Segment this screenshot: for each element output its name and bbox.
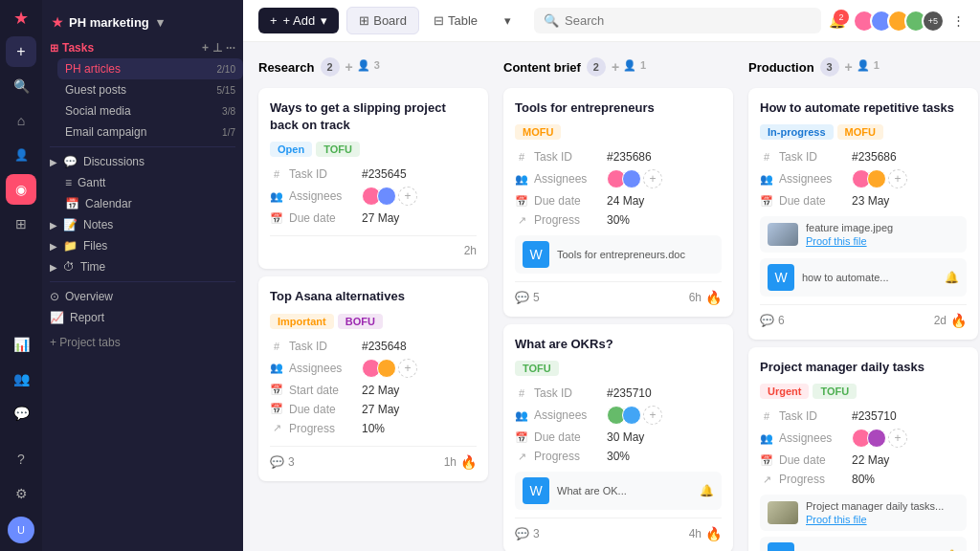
card-okrs-title: What are OKRs?	[515, 336, 722, 353]
card-tools-progress-row: ↗ Progress 30%	[515, 210, 722, 230]
card-tools-assignees-row: 👥 Assignees +	[515, 166, 722, 191]
new-item-button[interactable]: +	[6, 36, 36, 67]
add-plus-icon: +	[270, 13, 278, 28]
card-tools-footer: 💬 5 6h 🔥	[515, 281, 722, 305]
home-button[interactable]: ⌂	[6, 105, 36, 136]
tasks-filter-icon[interactable]: ⊥	[212, 41, 222, 55]
word-icon-1: W	[523, 241, 549, 268]
content-add-icon[interactable]: +	[612, 59, 619, 75]
card-okrs-tags: TOFU	[515, 361, 722, 376]
search-input[interactable]	[565, 13, 812, 28]
card-automate-taskid: #235686	[852, 150, 897, 164]
tag-urgent: Urgent	[760, 384, 809, 399]
notification-area: 🔔 2	[829, 13, 845, 29]
more-views-button[interactable]: ▾	[492, 7, 523, 34]
help-button[interactable]: ?	[6, 444, 36, 474]
card-ways-to-get[interactable]: Ways to get a slipping project back on t…	[258, 88, 488, 269]
research-title: Research	[258, 60, 315, 75]
hash-icon-4: #	[515, 387, 528, 399]
projects-button[interactable]: ◉	[6, 174, 36, 205]
time-section[interactable]: ▶ ⏱ Time	[42, 256, 243, 277]
gantt-icon: ≡	[65, 176, 72, 189]
project-tabs-button[interactable]: + Project tabs	[42, 328, 243, 357]
production-add-icon[interactable]: +	[845, 59, 853, 75]
card-tools-taskid-row: # Task ID #235686	[515, 147, 722, 166]
fire-icon-4: 🔥	[950, 313, 967, 328]
card-tools-entrepreneurs[interactable]: Tools for entrepreneurs MOFU # Task ID #…	[503, 88, 733, 317]
settings-button[interactable]: ⚙	[6, 478, 36, 509]
chat-button[interactable]: 💬	[6, 398, 36, 429]
card-asana-progress: 10%	[362, 422, 385, 435]
automate-attach-info-1: feature image.jpeg Proof this file	[806, 222, 893, 247]
hash-icon: #	[270, 168, 283, 180]
research-add-icon[interactable]: +	[345, 59, 353, 75]
more-options-button[interactable]: ⋮	[952, 13, 965, 28]
sidebar-item-overview[interactable]: ⊙ Overview	[42, 286, 243, 307]
calendar-section[interactable]: 📅 Calendar	[42, 193, 243, 214]
pm-add-assignee[interactable]: +	[888, 429, 907, 448]
top-bar-right: 🔔 2 +5 ⋮	[829, 10, 965, 33]
card-project-manager[interactable]: Project manager daily tasks Urgent TOFU …	[748, 347, 978, 551]
tools-add-assignee[interactable]: +	[643, 169, 662, 188]
sidebar-item-report[interactable]: 📈 Report	[42, 307, 243, 328]
card-asana-progress-row: ↗ Progress 10%	[270, 419, 477, 438]
automate-av-2	[867, 169, 886, 188]
card-what-okrs[interactable]: What are OKRs? TOFU # Task ID #235710 👥 …	[503, 324, 733, 551]
email-campaign-label: Email campaign	[65, 125, 216, 139]
user-avatar[interactable]: U	[8, 517, 34, 543]
tag-tofu-3: TOFU	[813, 384, 857, 399]
card-pm-progress: 80%	[852, 473, 875, 486]
add-button[interactable]: + + Add ▾	[258, 8, 339, 33]
files-section[interactable]: ▶ 📁 Files	[42, 235, 243, 256]
tasks-add-icon[interactable]: +	[202, 41, 209, 55]
card-automate-footer: 💬 6 2d 🔥	[760, 304, 967, 328]
card-pm-progress-row: ↗ Progress 80%	[760, 470, 967, 489]
card-okrs-footer-left: 💬 3	[515, 527, 540, 540]
tasks-more-icon[interactable]: ···	[226, 41, 235, 55]
pm-proof-link-1[interactable]: Proof this file	[806, 514, 944, 525]
discussions-section[interactable]: ▶ 💬 Discussions	[42, 151, 243, 172]
asana-add-assignee[interactable]: +	[398, 359, 417, 378]
view-tabs: ⊞ Board ⊟ Table ▾	[346, 7, 523, 34]
calendar-label: Calendar	[85, 197, 132, 210]
automate-proof-link-1[interactable]: Proof this file	[806, 235, 893, 247]
time-label: Time	[80, 260, 105, 274]
card-automate-repetitive[interactable]: How to automate repetitive tasks In-prog…	[748, 88, 978, 340]
board-tab[interactable]: ⊞ Board	[346, 7, 419, 34]
team-avatars[interactable]: +5	[853, 10, 945, 33]
card-ways-assignees: +	[362, 187, 417, 206]
gantt-section[interactable]: ≡ Gantt	[42, 172, 243, 193]
okrs-add-assignee[interactable]: +	[643, 406, 662, 425]
overview-label: Overview	[65, 290, 113, 303]
column-production: Production 3 + 👤 1 How to automate repet…	[748, 54, 978, 540]
tasks-section-header: ⊞ Tasks + ⊥ ···	[42, 37, 243, 58]
automate-add-assignee[interactable]: +	[888, 169, 907, 188]
search-button[interactable]: 🔍	[6, 71, 36, 101]
card-tools-footer-left: 💬 5	[515, 291, 540, 304]
table-tab[interactable]: ⊟ Table	[421, 7, 490, 34]
project-tabs-label: + Project tabs	[50, 336, 121, 349]
calendar-icon: 📅	[270, 212, 283, 225]
app-logo[interactable]: ★	[13, 8, 29, 29]
people-button[interactable]: 👥	[6, 364, 36, 394]
reports-button[interactable]: 📊	[6, 329, 36, 360]
bell-icon-2: 🔔	[945, 271, 959, 284]
content-assignee-icon: 👤	[623, 59, 636, 75]
me-button[interactable]: 👤	[6, 140, 36, 170]
tag-inprogress: In-progress	[760, 124, 834, 140]
project-dropdown-icon[interactable]: ▾	[157, 15, 164, 30]
card-automate-title: How to automate repetitive tasks	[760, 99, 967, 117]
sidebar-item-ph-articles[interactable]: PH articles 2/10	[57, 58, 243, 79]
add-assignee-button[interactable]: +	[398, 187, 417, 206]
notes-section[interactable]: ▶ 📝 Notes	[42, 214, 243, 235]
sidebar-item-social-media[interactable]: Social media 3/8	[57, 100, 243, 121]
sidebar-item-guest-posts[interactable]: Guest posts 5/15	[57, 79, 243, 100]
everything-button[interactable]: ⊞	[6, 209, 36, 239]
word-icon-3: W	[768, 264, 794, 291]
card-top-asana[interactable]: Top Asana alternatives Important BOFU # …	[258, 276, 488, 480]
card-tools-attach-name: Tools for entrepreneurs.doc	[557, 249, 685, 260]
calendar-icon-6: 📅	[515, 431, 528, 444]
sidebar-item-email-campaign[interactable]: Email campaign 1/7	[57, 121, 243, 143]
guest-posts-count: 5/15	[217, 85, 235, 96]
card-tools-attachment: W Tools for entrepreneurs.doc	[515, 235, 722, 274]
